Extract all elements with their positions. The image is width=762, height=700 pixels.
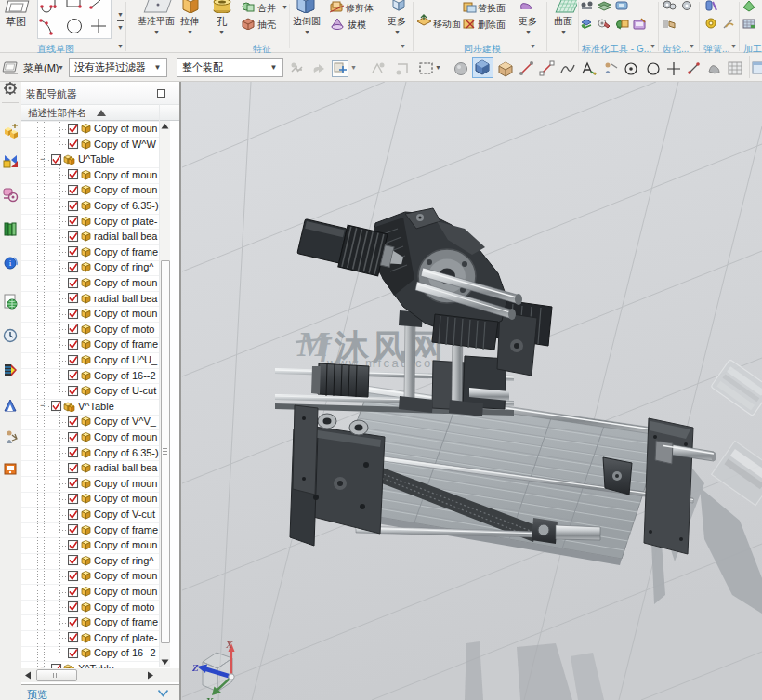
svg-text:Z: Z	[191, 662, 199, 673]
svg-text:X: X	[225, 639, 233, 650]
